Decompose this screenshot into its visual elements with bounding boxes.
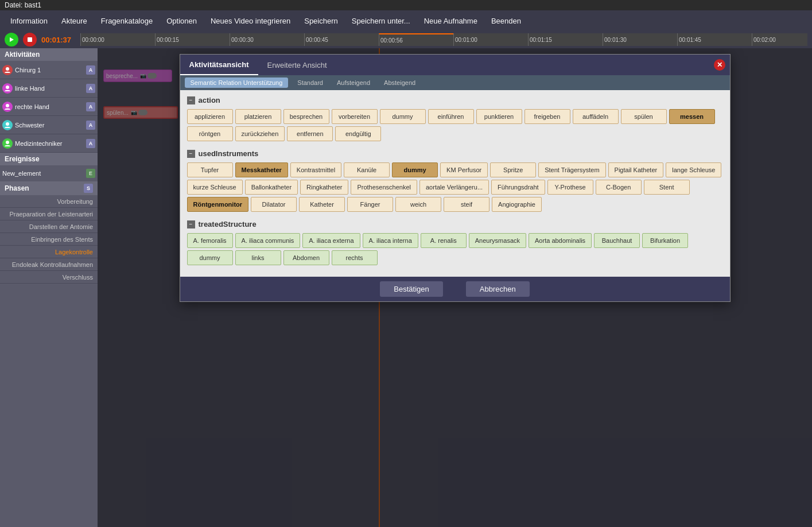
- tag-messen[interactable]: messen: [669, 109, 715, 124]
- tag-stent-traegersystem[interactable]: Stent Trägersystem: [538, 162, 605, 177]
- actor-icon-chirurg1: [2, 65, 13, 75]
- time-display: 00:01:37: [41, 36, 76, 44]
- menu-fragenkataloge[interactable]: Fragenkataloge: [95, 14, 158, 28]
- menu-neues-video[interactable]: Neues Video integrieren: [205, 14, 296, 28]
- actor-name-schwester: Schwester: [15, 122, 84, 129]
- tag-punktieren[interactable]: punktieren: [476, 109, 522, 124]
- tag-besprechen[interactable]: besprechen: [283, 109, 329, 124]
- phases-badge: S: [84, 184, 93, 193]
- semantic-relation-button[interactable]: Semantic Relation Unterstützung: [185, 78, 289, 88]
- timeline-ruler[interactable]: 00:00:00 00:00:15 00:00:30 00:00:45 00:0…: [80, 33, 807, 46]
- stop-button[interactable]: [23, 33, 37, 46]
- tab-aktivitaetsansicht[interactable]: Aktivitätsansicht: [180, 55, 258, 75]
- tag-dummy-structure[interactable]: dummy: [187, 250, 233, 265]
- usedinstruments-toggle[interactable]: −: [187, 150, 195, 158]
- tag-freigeben[interactable]: freigeben: [525, 109, 570, 124]
- sort-standard[interactable]: Standard: [293, 78, 328, 88]
- tag-messkatheter[interactable]: Messkatheter: [235, 162, 288, 177]
- tag-kontrastmittel[interactable]: Kontrastmittel: [290, 162, 341, 177]
- tick-7: 00:01:30: [603, 33, 677, 46]
- menu-akteure[interactable]: Akteure: [56, 14, 93, 28]
- title-text: Datei: bast1: [5, 1, 41, 9]
- tag-ballonkatheter[interactable]: Ballonkatheter: [245, 180, 298, 195]
- tag-bifurkation[interactable]: Bifurkation: [642, 233, 688, 248]
- tag-steif[interactable]: steif: [444, 197, 489, 212]
- actor-name-rechtehand: rechte Hand: [15, 103, 84, 110]
- tag-fuehrungsdraht[interactable]: Führungsdraht: [491, 180, 545, 195]
- tag-katheter[interactable]: Katheter: [299, 197, 345, 212]
- cancel-button[interactable]: Abbrechen: [466, 281, 530, 297]
- menu-optionen[interactable]: Optionen: [161, 14, 203, 28]
- tag-a-renalis[interactable]: A. renalis: [421, 233, 467, 248]
- tick-8: 00:01:45: [677, 33, 752, 46]
- tag-abdomen[interactable]: Abdomen: [283, 250, 329, 265]
- tag-spritze[interactable]: Spritze: [490, 162, 536, 177]
- actor-icon-linkehand: [2, 83, 13, 94]
- tag-entfernen[interactable]: entfernen: [287, 126, 333, 141]
- left-panel: Aktivitäten Chirurg 1 A linke Hand A rec…: [0, 48, 98, 527]
- tag-bauchhaut[interactable]: Bauchhaut: [594, 233, 640, 248]
- tag-einfuehren[interactable]: einführen: [428, 109, 474, 124]
- phases-section-header: Phasen S: [0, 181, 98, 195]
- tag-y-prothese[interactable]: Y-Prothese: [547, 180, 593, 195]
- tag-prothesenschenkel[interactable]: Prothesenschenkel: [351, 180, 417, 195]
- tag-links[interactable]: links: [235, 250, 281, 265]
- tag-aortale-verlaengeru[interactable]: aortale Verlängeru...: [419, 180, 489, 195]
- tag-dummy-action[interactable]: dummy: [380, 109, 426, 124]
- tag-angiographie[interactable]: Angiographie: [492, 197, 542, 212]
- menu-speichern[interactable]: Speichern: [298, 14, 344, 28]
- sort-aufsteigend[interactable]: Aufsteigend: [332, 78, 375, 88]
- tag-c-bogen[interactable]: C-Bogen: [596, 180, 642, 195]
- tick-6: 00:01:15: [528, 33, 603, 46]
- tag-a-iliaca-externa[interactable]: A. iliaca externa: [302, 233, 360, 248]
- tag-auffaedeln[interactable]: auffädeln: [573, 109, 619, 124]
- tag-a-iliaca-interna[interactable]: A. iliaca interna: [363, 233, 418, 248]
- tag-pigtail-katheter[interactable]: Pigtail Katheter: [608, 162, 664, 177]
- menu-speichern-unter[interactable]: Speichern unter...: [346, 14, 416, 28]
- tag-vorbereiten[interactable]: vorbereiten: [332, 109, 378, 124]
- menubar: Information Akteure Fragenkataloge Optio…: [0, 10, 812, 31]
- confirm-button[interactable]: Bestätigen: [380, 281, 442, 297]
- modal-close-button[interactable]: ✕: [714, 59, 725, 71]
- sort-absteigend[interactable]: Absteigend: [379, 78, 420, 88]
- tag-lange-schleuse[interactable]: lange Schleuse: [666, 162, 721, 177]
- svg-marker-0: [10, 37, 14, 42]
- tab-erweiterte-ansicht[interactable]: Erweiterte Ansicht: [258, 55, 336, 75]
- tag-dilatator[interactable]: Dilatator: [251, 197, 297, 212]
- tag-dummy-instrument[interactable]: dummy: [392, 162, 438, 177]
- tag-km-perfusor[interactable]: KM Perfusor: [440, 162, 488, 177]
- play-button[interactable]: [5, 33, 18, 46]
- tag-kurze-schleuse[interactable]: kurze Schleuse: [187, 180, 243, 195]
- tag-spuelen[interactable]: spülen: [621, 109, 667, 124]
- menu-information[interactable]: Information: [5, 14, 53, 28]
- treatedstructure-toggle[interactable]: −: [187, 220, 195, 228]
- event-name: New_element: [2, 170, 84, 177]
- svg-point-2: [6, 86, 9, 89]
- tag-applizieren[interactable]: applizieren: [187, 109, 233, 124]
- tag-kanuele[interactable]: Kanüle: [344, 162, 390, 177]
- tag-platzieren[interactable]: platzieren: [235, 109, 281, 124]
- tag-endgueltig[interactable]: endgültig: [335, 126, 381, 141]
- tag-weich[interactable]: weich: [395, 197, 441, 212]
- menu-beenden[interactable]: Beenden: [485, 14, 527, 28]
- actor-row-schwester: Schwester A: [0, 116, 98, 134]
- tag-faenger[interactable]: Fänger: [347, 197, 393, 212]
- events-section-header: Ereignisse: [0, 153, 98, 165]
- tag-ringkatheter[interactable]: Ringkatheter: [300, 180, 348, 195]
- tag-aneurysmasack[interactable]: Aneurysmasack: [469, 233, 526, 248]
- transport-bar: 00:01:37 00:00:00 00:00:15 00:00:30 00:0…: [0, 31, 812, 48]
- tag-a-iliaca-communis[interactable]: A. iliaca communis: [235, 233, 301, 248]
- tag-rechts[interactable]: rechts: [332, 250, 378, 265]
- tag-tupfer[interactable]: Tupfer: [187, 162, 233, 177]
- action-toggle[interactable]: −: [187, 96, 195, 104]
- tag-stent[interactable]: Stent: [644, 180, 690, 195]
- tag-a-femoralis[interactable]: A. femoralis: [187, 233, 233, 248]
- tick-1: 00:00:15: [155, 33, 230, 46]
- tag-roentgen[interactable]: röntgen: [187, 126, 233, 141]
- tag-aorta-abdominalis[interactable]: Aorta abdominalis: [529, 233, 592, 248]
- phase-darstellen: Darstellen der Antomie: [0, 220, 98, 233]
- tag-roentgenmonitor[interactable]: Röntgenmonitor: [187, 197, 249, 212]
- tick-5: 00:01:00: [453, 33, 528, 46]
- menu-neue-aufnahme[interactable]: Neue Aufnahme: [418, 14, 483, 28]
- tag-zurueckziehen[interactable]: zurückziehen: [235, 126, 285, 141]
